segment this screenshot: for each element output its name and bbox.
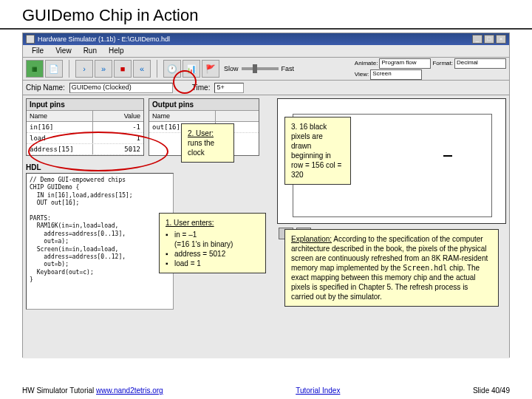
menu-view[interactable]: View (50, 45, 78, 57)
clock-tool-group: 🕐 📊 🚩 (163, 60, 219, 78)
titlebar: Hardware Simulator (1.1b) - E:\GUIDemo.h… (23, 33, 509, 45)
input-pins-box: Input pins Name Value in[16] -1 load 1 (26, 98, 144, 156)
slide-footer: HW Simulator Tutorial www.nand2tetris.or… (22, 386, 510, 395)
explanation-callout: Explanation: According to the specificat… (284, 229, 499, 307)
pin-name: in[16] (27, 122, 93, 132)
pin-value[interactable]: 5012 (93, 144, 143, 154)
table-row[interactable]: address[15] 5012 (27, 144, 143, 155)
eval-icon[interactable]: 📊 (183, 60, 200, 78)
fast-label: Fast (282, 65, 295, 72)
explain-label: Explanation: (291, 235, 332, 243)
callout-3-text: 16 black pixels are drawn beginning in r… (291, 123, 341, 179)
slide-title: GUIDemo Chip in Action (0, 0, 532, 28)
menu-file[interactable]: File (26, 45, 50, 57)
col-value: Value (93, 111, 143, 121)
menubar: File View Run Help (23, 45, 509, 57)
pin-value[interactable]: 1 (93, 133, 143, 143)
callout-1-label: 1. User enters: (166, 218, 259, 228)
reset-icon[interactable]: « (133, 60, 151, 78)
col-name: Name (27, 111, 93, 121)
flag-icon[interactable]: 🚩 (202, 60, 219, 78)
speed-slider-group: Slow Fast (224, 65, 294, 72)
app-icon (26, 35, 35, 44)
window-title: Hardware Simulator (1.1b) - E:\GUIDemo.h… (38, 35, 472, 43)
slow-label: Slow (224, 65, 239, 72)
callout-3: 3. 16 black pixels are drawn beginning i… (284, 117, 351, 185)
clock-icon[interactable]: 🕐 (163, 60, 181, 78)
c1-b2: address = 5012 (174, 249, 225, 259)
script-load-icon[interactable]: 📄 (45, 60, 63, 78)
chip-name-label: Chip Name: (26, 83, 65, 92)
output-pins-header: Output pins (149, 99, 259, 111)
simulator-window: Hardware Simulator (1.1b) - E:\GUIDemo.h… (22, 33, 510, 358)
view-select[interactable]: Screen (370, 69, 422, 80)
c1-b1: in = –1 (174, 231, 197, 239)
col-name: Name (149, 111, 216, 121)
time-field: 5+ (214, 83, 244, 93)
hdl-code-box[interactable]: // Demo GUI-empowered chips CHIP GUIDemo… (26, 173, 174, 310)
menu-run[interactable]: Run (78, 45, 103, 57)
chip-info-row: Chip Name: GUIDemo (Clocked) Time: 5+ (23, 81, 509, 95)
format-label: Format: (432, 60, 453, 66)
close-button[interactable]: × (496, 35, 506, 44)
footer-center-link[interactable]: Tutorial Index (296, 386, 340, 395)
file-tool-group: ▦ 📄 (26, 60, 63, 78)
footer-left-text: HW Simulator Tutorial (22, 386, 96, 395)
chip-name-field[interactable]: GUIDemo (Clocked) (69, 83, 173, 93)
callout-2-label: 2. User: (188, 129, 214, 137)
c1-b1-sub: (=16 1's in binary) (174, 240, 233, 248)
input-pins-header: Input pins (27, 99, 143, 111)
c1-b3: load = 1 (174, 259, 201, 268)
output-pins-table-header: Name (149, 111, 259, 122)
callout-3-label: 3. (291, 123, 297, 131)
window-controls: _ □ × (472, 35, 506, 44)
footer-left-link[interactable]: www.nand2tetris.org (96, 386, 163, 395)
animate-label: Animate: (355, 60, 378, 66)
speed-slider[interactable] (242, 67, 279, 70)
callout-1: 1. User enters: ▪in = –1(=16 1's in bina… (159, 213, 266, 273)
toolbar: ▦ 📄 › » ■ « 🕐 📊 🚩 Slow Fast Animate: Pro… (23, 57, 509, 81)
table-row[interactable]: in[16] -1 (27, 122, 143, 133)
maximize-button[interactable]: □ (484, 35, 494, 44)
minimize-button[interactable]: _ (472, 35, 482, 44)
single-step-icon[interactable]: › (75, 60, 93, 78)
separator (69, 60, 69, 78)
stop-icon[interactable]: ■ (114, 60, 132, 78)
footer-right: Slide 40/49 (473, 386, 510, 395)
pin-value[interactable]: -1 (93, 122, 143, 132)
hdl-label: HDL (26, 162, 271, 173)
input-pins-table-header: Name Value (27, 111, 143, 122)
table-row[interactable]: load 1 (27, 133, 143, 144)
run-icon[interactable]: » (95, 60, 112, 78)
col-value (216, 111, 259, 121)
footer-left: HW Simulator Tutorial www.nand2tetris.or… (22, 386, 163, 395)
time-label: Time: (192, 83, 211, 92)
format-group: Animate: Program flow Format: Decimal Vi… (355, 58, 506, 80)
animate-select[interactable]: Program flow (379, 58, 431, 69)
drawn-pixels (443, 155, 452, 157)
title-underline (0, 28, 532, 30)
run-tool-group: › » ■ « (75, 60, 151, 78)
explain-code: Screen.hdl (403, 264, 447, 272)
view-label: View: (355, 71, 369, 78)
format-select[interactable]: Decimal (454, 58, 506, 69)
pin-section: Input pins Name Value in[16] -1 load 1 (23, 95, 274, 159)
pin-name: load (27, 133, 93, 143)
main-area: Input pins Name Value in[16] -1 load 1 (23, 95, 509, 358)
separator (157, 60, 157, 78)
pin-name: address[15] (27, 144, 93, 154)
callout-2-text: runs the clock (188, 139, 214, 157)
chip-load-icon[interactable]: ▦ (26, 60, 44, 78)
menu-help[interactable]: Help (103, 45, 130, 57)
callout-2: 2. User: runs the clock (181, 123, 234, 163)
